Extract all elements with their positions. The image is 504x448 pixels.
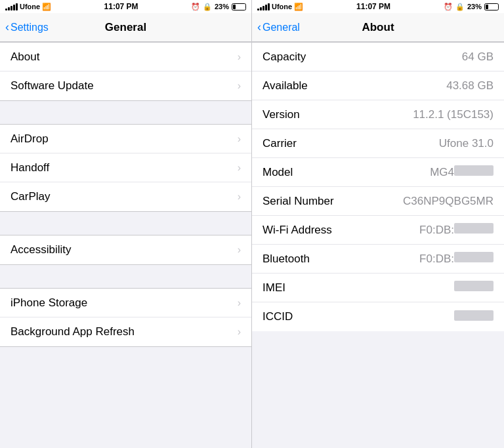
left-time: 11:07 PM: [104, 2, 138, 11]
about-row-2: Version11.2.1 (15C153): [252, 100, 504, 129]
left-group-2: AirDrop › Handoff › CarPlay ›: [0, 124, 251, 212]
about-item[interactable]: About ›: [0, 43, 251, 71]
about-row-3: CarrierUfone 31.0: [252, 129, 504, 158]
about-row-value-0: 64 GB: [462, 51, 494, 64]
about-row-value-9: [454, 310, 494, 324]
about-row-label-7: Bluetooth: [262, 253, 310, 266]
about-row-label-0: Capacity: [262, 51, 306, 64]
right-lock-icon: 🔒: [455, 3, 465, 11]
right-back-label: General: [262, 22, 300, 33]
gap-1: [0, 101, 251, 124]
airdrop-label: AirDrop: [10, 132, 49, 146]
right-status-bar: Ufone 📶 11:07 PM ⏰ 🔒 23%: [252, 0, 504, 13]
about-row-0: Capacity64 GB: [252, 43, 504, 71]
right-battery-fill: [486, 5, 488, 9]
lock-icon: 🔒: [203, 3, 212, 11]
about-chevron-icon: ›: [238, 51, 241, 63]
wifi-icon: 📶: [42, 3, 51, 11]
alarm-icon: ⏰: [191, 3, 200, 11]
battery-fill: [233, 5, 236, 9]
software-update-chevron-icon: ›: [238, 80, 241, 92]
right-battery-icon: [484, 3, 499, 10]
about-row-value-2: 11.2.1 (15C153): [413, 108, 494, 121]
right-scroll: Capacity64 GBAvailable43.68 GBVersion11.…: [252, 42, 504, 448]
right-back-button[interactable]: ‹ General: [257, 20, 300, 34]
handoff-label: Handoff: [10, 161, 49, 174]
gap-2: [0, 212, 251, 235]
background-app-refresh-label: Background App Refresh: [10, 325, 135, 338]
about-row-5: Serial NumberC36NP9QBG5MR: [252, 187, 504, 216]
carplay-label: CarPlay: [10, 190, 50, 203]
left-group-3: Accessibility ›: [0, 235, 251, 265]
about-row-6: Wi-Fi AddressF0:DB:: [252, 216, 504, 245]
about-row-label-3: Carrier: [262, 137, 297, 150]
back-chevron-icon: ‹: [5, 20, 9, 34]
about-row-label-9: ICCID: [262, 310, 293, 323]
iphone-storage-chevron-icon: ›: [238, 297, 241, 309]
about-row-1: Available43.68 GB: [252, 71, 504, 100]
left-nav-bar: ‹ Settings General: [0, 13, 251, 42]
right-carrier: Ufone 📶: [257, 3, 303, 11]
about-row-8: IMEI: [252, 274, 504, 302]
background-app-refresh-item[interactable]: Background App Refresh ›: [0, 317, 251, 346]
left-nav-title: General: [105, 21, 146, 34]
left-back-button[interactable]: ‹ Settings: [5, 20, 49, 34]
about-row-value-4: MG4: [430, 165, 494, 179]
about-row-value-5: C36NP9QBG5MR: [403, 195, 494, 208]
airdrop-chevron-icon: ›: [238, 133, 241, 145]
left-scroll: About › Software Update › AirDrop › Hand…: [0, 42, 251, 448]
handoff-chevron-icon: ›: [238, 162, 241, 174]
about-row-label-4: Model: [262, 166, 293, 179]
accessibility-chevron-icon: ›: [238, 244, 241, 256]
right-battery-percent: 23%: [467, 3, 482, 10]
right-panel: Ufone 📶 11:07 PM ⏰ 🔒 23% ‹ General About: [252, 0, 504, 448]
left-status-bar: Ufone 📶 11:07 PM ⏰ 🔒 23%: [0, 0, 251, 13]
about-row-label-6: Wi-Fi Address: [262, 224, 332, 237]
battery-icon: [232, 3, 246, 10]
about-row-value-1: 43.68 GB: [446, 79, 494, 92]
left-battery-percent: 23%: [215, 3, 229, 10]
iphone-storage-item[interactable]: iPhone Storage ›: [0, 289, 251, 317]
right-alarm-icon: ⏰: [444, 3, 453, 11]
right-nav-bar: ‹ General About: [252, 13, 504, 42]
about-row-label-8: IMEI: [262, 281, 285, 295]
background-app-refresh-chevron-icon: ›: [238, 326, 241, 338]
accessibility-item[interactable]: Accessibility ›: [0, 235, 251, 264]
about-row-9: ICCID: [252, 302, 504, 331]
handoff-item[interactable]: Handoff ›: [0, 153, 251, 182]
accessibility-label: Accessibility: [10, 243, 72, 256]
left-group-1: About › Software Update ›: [0, 42, 251, 101]
software-update-label: Software Update: [10, 79, 94, 92]
about-row-4: ModelMG4: [252, 158, 504, 187]
carplay-chevron-icon: ›: [238, 191, 241, 203]
left-carrier-name: Ufone: [20, 3, 40, 10]
left-carrier: Ufone 📶: [5, 3, 51, 11]
about-row-label-1: Available: [262, 79, 308, 92]
left-right-icons: ⏰ 🔒 23%: [191, 3, 246, 11]
about-row-value-3: Ufone 31.0: [439, 137, 494, 150]
airdrop-item[interactable]: AirDrop ›: [0, 125, 251, 153]
signal-bars: [5, 3, 18, 10]
carplay-item[interactable]: CarPlay ›: [0, 182, 251, 211]
right-nav-title: About: [362, 21, 394, 34]
right-wifi-icon: 📶: [294, 3, 303, 11]
gap-3: [0, 265, 251, 288]
software-update-item[interactable]: Software Update ›: [0, 71, 251, 100]
about-list: Capacity64 GBAvailable43.68 GBVersion11.…: [252, 42, 504, 331]
right-right-icons: ⏰ 🔒 23%: [444, 3, 499, 11]
iphone-storage-label: iPhone Storage: [10, 296, 87, 310]
right-back-chevron-icon: ‹: [257, 20, 261, 34]
left-panel: Ufone 📶 11:07 PM ⏰ 🔒 23% ‹ Settings Gene…: [0, 0, 252, 448]
about-row-label-2: Version: [262, 108, 300, 121]
left-back-label: Settings: [10, 22, 49, 33]
about-label: About: [10, 51, 39, 64]
about-row-label-5: Serial Number: [262, 195, 334, 208]
right-signal-bars: [257, 3, 270, 10]
about-row-value-7: F0:DB:: [419, 252, 494, 266]
right-time: 11:07 PM: [356, 2, 390, 11]
left-group-4: iPhone Storage › Background App Refresh …: [0, 288, 251, 347]
about-row-7: BluetoothF0:DB:: [252, 245, 504, 274]
right-carrier-name: Ufone: [272, 3, 292, 10]
about-row-value-8: [454, 281, 494, 295]
about-row-value-6: F0:DB:: [419, 223, 494, 237]
